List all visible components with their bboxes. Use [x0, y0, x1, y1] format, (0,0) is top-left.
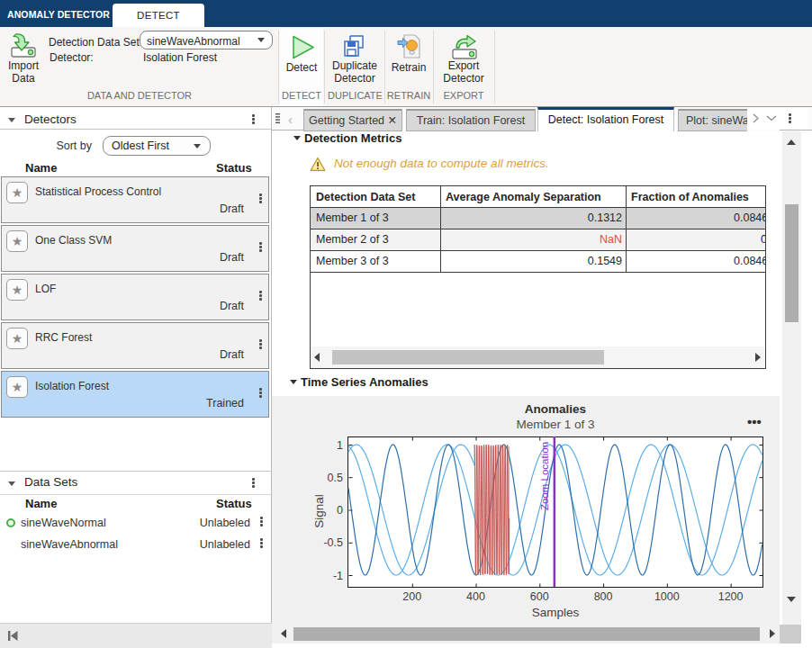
- svg-text:Zoom Location: Zoom Location: [539, 442, 550, 510]
- svg-text:1: 1: [337, 439, 343, 452]
- svg-text:800: 800: [594, 590, 613, 603]
- svg-text:200: 200: [402, 590, 421, 603]
- svg-text:-1: -1: [333, 570, 343, 582]
- svg-text:Anomalies: Anomalies: [525, 402, 586, 416]
- svg-text:•••: •••: [747, 414, 762, 429]
- svg-text:0.5: 0.5: [328, 472, 343, 484]
- svg-text:-0.5: -0.5: [323, 536, 343, 549]
- svg-text:600: 600: [530, 590, 549, 603]
- svg-text:400: 400: [466, 590, 485, 603]
- svg-text:0: 0: [337, 504, 343, 517]
- svg-text:1200: 1200: [718, 590, 744, 603]
- svg-text:Samples: Samples: [532, 606, 580, 619]
- svg-text:Signal: Signal: [312, 494, 326, 528]
- svg-text:1000: 1000: [654, 590, 680, 603]
- svg-text:Member 1 of 3: Member 1 of 3: [516, 418, 594, 431]
